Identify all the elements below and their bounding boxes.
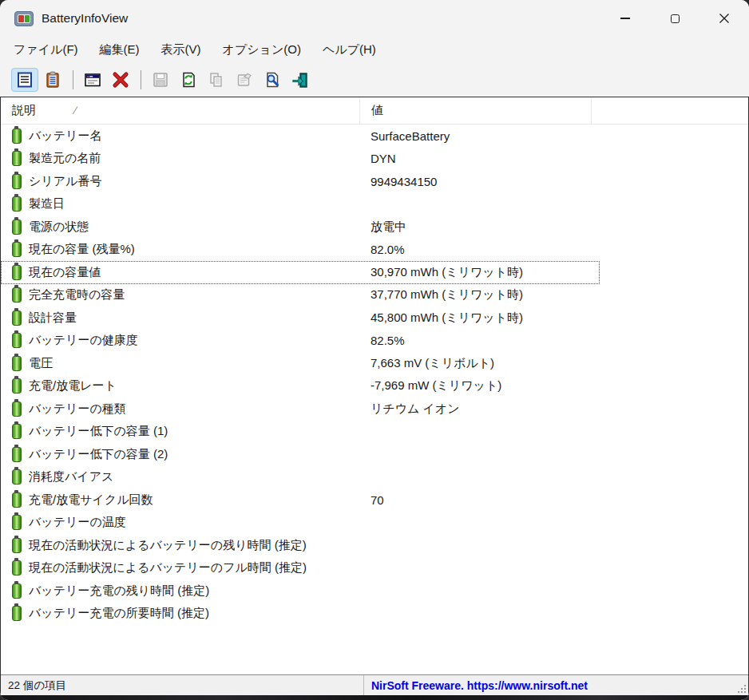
battery-icon <box>12 583 22 599</box>
list-row[interactable]: 電源の状態放電中 <box>1 216 600 239</box>
list-row[interactable]: 充電/放電レート-7,969 mW (ミリワット) <box>1 375 600 398</box>
menu-bar: ファイル(F) 編集(E) 表示(V) オプション(O) ヘルプ(H) <box>0 37 749 62</box>
list-row[interactable]: バッテリーの種類リチウム イオン <box>1 397 600 421</box>
battery-icon <box>12 333 22 348</box>
list-row[interactable]: 消耗度バイアス <box>1 466 600 489</box>
row-value: 37,770 mWh (ミリワット時) <box>360 284 600 307</box>
column-header-value[interactable]: 値 <box>360 97 592 124</box>
list-row[interactable]: 製造日 <box>1 193 600 216</box>
column-header-description[interactable]: 説明 ╱ <box>1 97 360 124</box>
battery-icon <box>12 242 22 257</box>
list-row[interactable]: 現在の容量値30,970 mWh (ミリワット時) <box>1 261 600 284</box>
row-value: 7,663 mV (ミリボルト) <box>360 352 600 375</box>
battery-icon <box>12 174 22 189</box>
row-description: 製造元の名前 <box>29 151 101 166</box>
status-bar: 22 個の項目 NirSoft Freeware. https://www.ni… <box>1 674 748 695</box>
row-description: 完全充電時の容量 <box>29 287 125 303</box>
list-row[interactable]: バッテリー低下の容量 (2) <box>1 443 600 466</box>
toolbar-separator <box>73 70 73 89</box>
menu-edit[interactable]: 編集(E) <box>91 39 149 61</box>
row-description: バッテリー低下の容量 (2) <box>29 447 168 462</box>
battery-icon <box>12 310 22 326</box>
battery-icon <box>12 606 22 621</box>
row-description: 電圧 <box>29 356 53 371</box>
clipboard-button[interactable] <box>39 68 66 92</box>
desktop-background-strip <box>0 695 749 700</box>
properties-window-icon <box>84 71 101 89</box>
copy-icon <box>208 71 225 89</box>
row-description: バッテリーの種類 <box>29 401 126 417</box>
list-row[interactable]: 製造元の名前DYN <box>1 148 600 171</box>
menu-file[interactable]: ファイル(F) <box>5 39 87 61</box>
row-value: 9949434150 <box>360 170 600 193</box>
properties-window-button[interactable] <box>79 68 106 92</box>
list-row[interactable]: バッテリー低下の容量 (1) <box>1 421 600 444</box>
list-row[interactable]: バッテリー充電の残り時間 (推定) <box>1 579 600 603</box>
row-description: 消耗度バイアス <box>29 469 113 484</box>
list-row[interactable]: バッテリー充電の所要時間 (推定) <box>1 603 600 626</box>
minimize-button[interactable] <box>600 0 650 37</box>
nirsoft-link[interactable]: NirSoft Freeware. https://www.nirsoft.ne… <box>371 679 588 692</box>
row-value: DYN <box>360 148 600 171</box>
battery-icon <box>12 151 22 166</box>
row-description: シリアル番号 <box>29 174 101 189</box>
close-button[interactable] <box>699 0 749 37</box>
menu-help[interactable]: ヘルプ(H) <box>314 39 385 61</box>
list-frame: 説明 ╱ 値 バッテリー名SurfaceBattery製造元の名前DYNシリアル… <box>0 97 749 695</box>
row-value <box>360 579 600 603</box>
row-value: -7,969 mW (ミリワット) <box>360 375 600 398</box>
battery-icon <box>12 356 22 371</box>
battery-icon <box>12 287 22 303</box>
list-row[interactable]: 現在の容量 (残量%)82.0% <box>1 239 600 262</box>
minimize-icon <box>620 18 630 18</box>
delete-button[interactable] <box>107 68 134 92</box>
list-row[interactable]: バッテリーの温度 <box>1 512 600 535</box>
row-description: 電源の状態 <box>29 219 89 235</box>
list-row[interactable]: 完全充電時の容量37,770 mWh (ミリワット時) <box>1 284 600 307</box>
menu-options[interactable]: オプション(O) <box>214 39 310 61</box>
row-description: 現在の活動状況によるバッテリーの残り時間 (推定) <box>29 538 307 553</box>
find-button[interactable] <box>259 68 286 92</box>
battery-icon <box>12 401 22 417</box>
maximize-button[interactable] <box>650 0 699 37</box>
status-link-pane: NirSoft Freeware. https://www.nirsoft.ne… <box>364 675 748 695</box>
refresh-button[interactable] <box>175 68 202 92</box>
item-properties-icon <box>236 71 253 89</box>
row-value: 70 <box>360 488 600 512</box>
battery-icon <box>12 378 22 394</box>
list-row[interactable]: 電圧7,663 mV (ミリボルト) <box>1 352 600 375</box>
clipboard-icon <box>44 71 61 89</box>
battery-icon <box>12 469 22 484</box>
row-description: 製造日 <box>29 196 65 212</box>
item-properties-button <box>231 68 258 92</box>
exit-icon <box>291 71 309 89</box>
maximize-icon <box>671 14 680 23</box>
row-value <box>360 466 600 489</box>
row-description: バッテリー充電の所要時間 (推定) <box>29 606 209 621</box>
list-row[interactable]: バッテリーの健康度82.5% <box>1 330 600 353</box>
row-description: 充電/放電レート <box>29 378 117 394</box>
menu-view[interactable]: 表示(V) <box>153 39 210 61</box>
close-icon <box>719 13 730 24</box>
list-row[interactable]: 現在の活動状況によるバッテリーのフル時間 (推定) <box>1 557 600 580</box>
copy-button <box>203 68 230 92</box>
row-description: 現在の活動状況によるバッテリーのフル時間 (推定) <box>29 560 307 575</box>
list-rows: バッテリー名SurfaceBattery製造元の名前DYNシリアル番号99494… <box>1 125 748 674</box>
row-value <box>360 534 600 557</box>
list-row[interactable]: 充電/放電サイクル回数70 <box>1 488 600 512</box>
row-value: SurfaceBattery <box>360 125 600 148</box>
list-row[interactable]: バッテリー名SurfaceBattery <box>1 125 600 148</box>
exit-button[interactable] <box>287 68 314 92</box>
list-row[interactable]: シリアル番号9949434150 <box>1 170 600 193</box>
battery-icon <box>12 492 22 508</box>
row-value <box>360 443 600 466</box>
report-view-button[interactable] <box>11 68 38 92</box>
battery-icon <box>12 265 22 280</box>
resize-grip[interactable] <box>736 683 747 694</box>
row-value <box>360 193 600 216</box>
battery-icon <box>12 447 22 462</box>
row-value: 放電中 <box>360 216 600 239</box>
list-row[interactable]: 現在の活動状況によるバッテリーの残り時間 (推定) <box>1 534 600 557</box>
battery-icon <box>12 129 22 144</box>
list-row[interactable]: 設計容量45,800 mWh (ミリワット時) <box>1 306 600 330</box>
